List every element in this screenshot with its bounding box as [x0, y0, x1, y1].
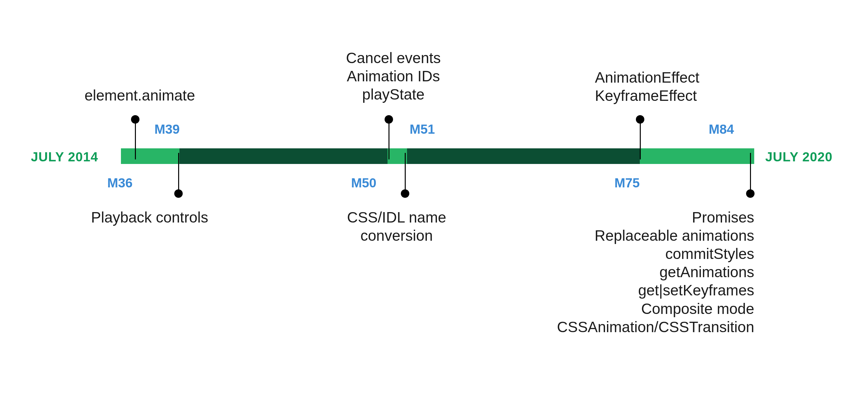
event-m39-text: Playback controls [91, 208, 208, 226]
timeline-bar-seg4 [407, 148, 640, 164]
milestone-m36: M36 [107, 176, 133, 190]
event-line: Promises [692, 209, 754, 226]
milestone-m50: M50 [351, 176, 376, 190]
timeline-end-date: JULY 2020 [765, 150, 833, 164]
timeline-diagram: JULY 2014 JULY 2020 M36 element.animate … [0, 0, 868, 406]
event-line: commitStyles [665, 245, 754, 262]
dot-m51 [384, 115, 393, 124]
event-m84-text: Promises Replaceable animations commitSt… [527, 208, 754, 336]
event-line: getAnimations [660, 263, 754, 281]
timeline-bar-seg3 [388, 148, 407, 164]
event-line: get|setKeyframes [638, 282, 754, 299]
event-line: conversion [361, 227, 433, 244]
event-line: CSSAnimation/CSSTransition [557, 318, 754, 336]
event-line: Composite mode [641, 300, 754, 317]
milestone-m51: M51 [410, 122, 435, 137]
event-line: Animation IDs [347, 68, 440, 85]
stem-m84 [750, 153, 751, 193]
event-line: Replaceable animations [595, 227, 754, 244]
timeline-bar-seg5 [640, 148, 754, 164]
event-line: playState [362, 86, 425, 103]
stem-m75 [640, 119, 641, 160]
timeline-bar-seg1 [121, 148, 180, 164]
event-m50-text: CSS/IDL name conversion [315, 208, 478, 244]
stem-m50 [405, 153, 406, 193]
event-line: Playback controls [91, 209, 208, 226]
event-m36-text: element.animate [32, 86, 195, 105]
milestone-m39: M39 [154, 122, 180, 137]
dot-m39 [174, 189, 183, 198]
milestone-m75: M75 [614, 176, 640, 190]
timeline-start-date: JULY 2014 [31, 150, 98, 164]
stem-m39 [178, 153, 179, 193]
dot-m36 [131, 115, 140, 124]
milestone-m84: M84 [709, 122, 734, 137]
event-line: Cancel events [346, 50, 441, 66]
event-line: element.animate [85, 87, 195, 104]
event-m51-text: Cancel events Animation IDs playState [312, 49, 475, 104]
dot-m75 [636, 115, 644, 124]
dot-m84 [746, 189, 754, 198]
event-m75-text: AnimationEffect KeyframeEffect [595, 68, 699, 105]
event-line: KeyframeEffect [595, 87, 697, 104]
stem-m51 [389, 119, 390, 160]
dot-m50 [401, 189, 409, 198]
stem-m36 [135, 119, 136, 160]
timeline-bar-seg2 [180, 148, 388, 164]
event-line: AnimationEffect [595, 69, 699, 86]
event-line: CSS/IDL name [347, 209, 446, 226]
